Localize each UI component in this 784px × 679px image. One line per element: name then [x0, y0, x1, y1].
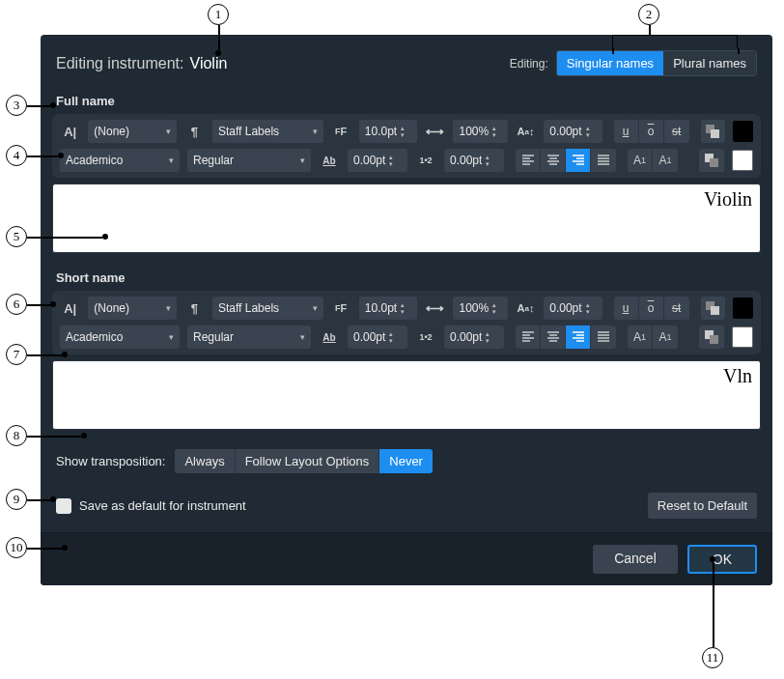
font-size-input[interactable]: 10.0pt▴▾: [359, 297, 417, 320]
word-spacing-input[interactable]: 0.00pt▴▾: [444, 149, 504, 172]
stretch-input[interactable]: 100%▴▾: [453, 297, 507, 320]
para-style-dropdown[interactable]: Staff Labels▾: [212, 297, 323, 320]
paragraph-icon: ¶: [184, 120, 205, 143]
word-spacing-input[interactable]: 0.00pt▴▾: [444, 325, 504, 349]
background-swatch[interactable]: [732, 150, 753, 171]
font-style-dropdown[interactable]: Regular▾: [187, 149, 311, 172]
letter-spacing-icon: Ab: [319, 149, 340, 172]
full-name-options: A| (None)▾ ¶ Staff Labels▾ FF 10.0pt▴▾ ⟷…: [52, 114, 761, 178]
full-name-label: Full name: [41, 86, 772, 114]
edit-instrument-dialog: Editing instrument: Violin Editing: Sing…: [41, 35, 772, 585]
background-color-button[interactable]: [699, 149, 724, 172]
align-right-button[interactable]: [566, 325, 591, 349]
chevron-down-icon: ▾: [169, 332, 174, 342]
align-justify-button[interactable]: [591, 149, 616, 172]
font-size-icon: FF: [331, 297, 351, 320]
full-name-text-input[interactable]: Violin: [52, 184, 761, 253]
letter-spacing-input[interactable]: 0.00pt▴▾: [348, 149, 407, 172]
transposition-never[interactable]: Never: [379, 449, 433, 473]
editing-mode-label: Editing:: [510, 57, 548, 71]
name-mode-tabs: Singular names Plural names: [556, 50, 757, 76]
callout-1: 1: [208, 4, 229, 25]
chevron-down-icon: ▾: [313, 127, 318, 136]
cancel-button[interactable]: Cancel: [593, 545, 678, 574]
char-style-icon: A|: [60, 120, 80, 143]
svg-rect-3: [710, 158, 718, 167]
font-family-dropdown[interactable]: Academico▾: [60, 325, 180, 349]
chevron-down-icon: ▾: [300, 332, 305, 342]
letter-spacing-icon: Ab: [319, 325, 340, 349]
transposition-follow[interactable]: Follow Layout Options: [236, 449, 380, 473]
align-left-button[interactable]: [516, 325, 541, 349]
short-name-options: A| (None)▾ ¶ Staff Labels▾ FF 10.0pt▴▾ ⟷…: [52, 291, 761, 354]
callout-9: 9: [6, 489, 27, 510]
reset-to-default-button[interactable]: Reset to Default: [648, 493, 757, 519]
callout-6: 6: [6, 294, 27, 315]
align-center-button[interactable]: [541, 325, 566, 349]
overline-button[interactable]: o: [639, 120, 664, 143]
baseline-shift-icon: Aa↕: [516, 120, 536, 143]
char-style-dropdown[interactable]: (None)▾: [88, 297, 176, 320]
baseline-input[interactable]: 0.00pt▴▾: [544, 297, 602, 320]
word-spacing-icon: 1•2: [415, 325, 436, 349]
letter-spacing-input[interactable]: 0.00pt▴▾: [348, 325, 407, 349]
svg-rect-1: [711, 129, 719, 138]
transposition-label: Show transposition:: [56, 454, 165, 468]
callout-7: 7: [6, 344, 27, 365]
baseline-input[interactable]: 0.00pt▴▾: [544, 120, 602, 143]
font-size-icon: FF: [331, 120, 351, 143]
align-center-button[interactable]: [541, 149, 566, 172]
overline-button[interactable]: o: [639, 297, 664, 320]
foreground-color-button[interactable]: [701, 297, 725, 320]
callout-4: 4: [6, 145, 27, 166]
superscript-button[interactable]: A1: [628, 149, 653, 172]
chevron-down-icon: ▾: [166, 127, 171, 136]
subscript-button[interactable]: A1: [653, 325, 678, 349]
para-style-dropdown[interactable]: Staff Labels▾: [212, 120, 323, 143]
tab-singular-names[interactable]: Singular names: [557, 51, 663, 75]
transposition-always[interactable]: Always: [175, 449, 235, 473]
chevron-down-icon: ▾: [169, 156, 174, 165]
chevron-down-icon: ▾: [300, 156, 305, 165]
short-name-text-input[interactable]: Vln: [52, 360, 761, 430]
subscript-button[interactable]: A1: [653, 149, 678, 172]
underline-button[interactable]: u: [614, 297, 639, 320]
background-color-button[interactable]: [699, 325, 724, 349]
callout-8: 8: [6, 425, 27, 446]
stretch-icon: ⟷: [425, 297, 445, 320]
font-family-dropdown[interactable]: Academico▾: [60, 149, 180, 172]
superscript-button[interactable]: A1: [628, 325, 653, 349]
align-right-button[interactable]: [566, 149, 591, 172]
save-default-label: Save as default for instrument: [79, 498, 246, 513]
background-swatch[interactable]: [732, 326, 753, 348]
strikethrough-button[interactable]: st: [664, 120, 689, 143]
underline-button[interactable]: u: [614, 120, 639, 143]
strikethrough-button[interactable]: st: [664, 297, 689, 320]
save-default-checkbox[interactable]: [56, 498, 71, 514]
foreground-swatch[interactable]: [733, 297, 753, 319]
transposition-options: Always Follow Layout Options Never: [175, 449, 433, 473]
char-style-dropdown[interactable]: (None)▾: [88, 120, 176, 143]
callout-11: 11: [702, 647, 723, 668]
chevron-down-icon: ▾: [313, 303, 318, 313]
svg-rect-7: [710, 335, 718, 344]
align-left-button[interactable]: [516, 149, 541, 172]
stretch-icon: ⟷: [425, 120, 445, 143]
font-style-dropdown[interactable]: Regular▾: [187, 325, 311, 349]
short-name-label: Short name: [41, 263, 772, 291]
callout-5: 5: [6, 226, 27, 247]
word-spacing-icon: 1•2: [415, 149, 436, 172]
foreground-color-button[interactable]: [701, 120, 725, 143]
baseline-shift-icon: Aa↕: [516, 297, 536, 320]
chevron-down-icon: ▾: [166, 303, 171, 313]
char-style-icon: A|: [60, 297, 80, 320]
callout-3: 3: [6, 95, 27, 116]
paragraph-icon: ¶: [184, 297, 205, 320]
ok-button[interactable]: OK: [687, 545, 757, 574]
foreground-swatch[interactable]: [733, 121, 753, 142]
stretch-input[interactable]: 100%▴▾: [453, 120, 507, 143]
font-size-input[interactable]: 10.0pt▴▾: [359, 120, 417, 143]
tab-plural-names[interactable]: Plural names: [663, 51, 756, 75]
align-justify-button[interactable]: [591, 325, 616, 349]
callout-10: 10: [6, 537, 27, 558]
